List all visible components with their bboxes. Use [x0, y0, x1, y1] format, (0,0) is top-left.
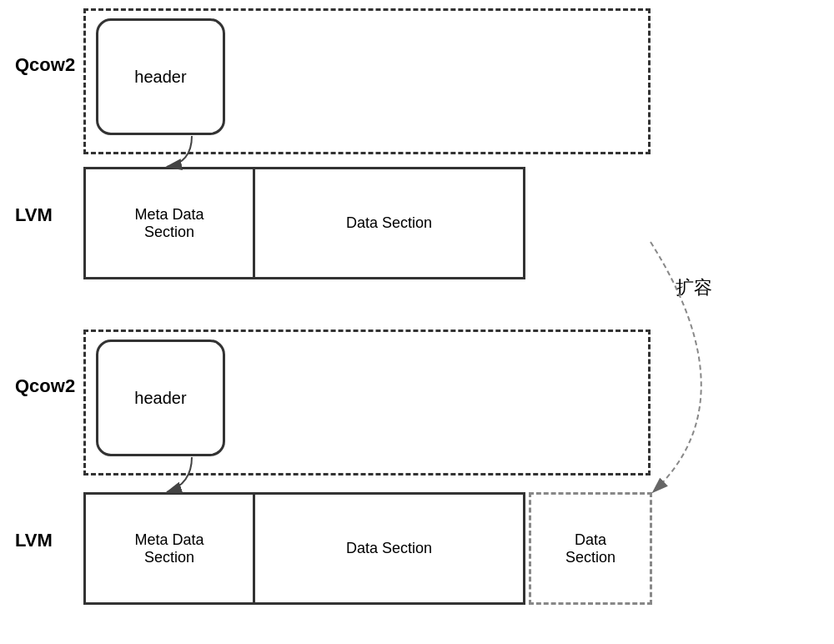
bottom-qcow2-label: Qcow2	[15, 375, 75, 397]
top-lvm-box: Meta Data Section Data Section	[83, 167, 525, 279]
diagram: Qcow2 header LVM Meta Data Section Data …	[0, 0, 834, 644]
top-header-label: header	[134, 68, 186, 87]
bottom-lvm-label: LVM	[15, 530, 53, 551]
top-meta-data-section: Meta Data Section	[86, 169, 253, 277]
bottom-data-section: Data Section	[253, 495, 523, 602]
top-header-box: header	[96, 18, 225, 135]
bottom-header-label: header	[134, 389, 186, 408]
top-lvm-label: LVM	[15, 204, 53, 226]
top-qcow2-label: Qcow2	[15, 54, 75, 76]
bottom-lvm-ext-box: Data Section	[529, 492, 652, 605]
top-data-section: Data Section	[253, 169, 523, 277]
bottom-lvm-box: Meta Data Section Data Section	[83, 492, 525, 605]
bottom-meta-data-section: Meta Data Section	[86, 495, 253, 602]
bottom-header-box: header	[96, 340, 225, 456]
expand-label: 扩容	[676, 275, 712, 300]
